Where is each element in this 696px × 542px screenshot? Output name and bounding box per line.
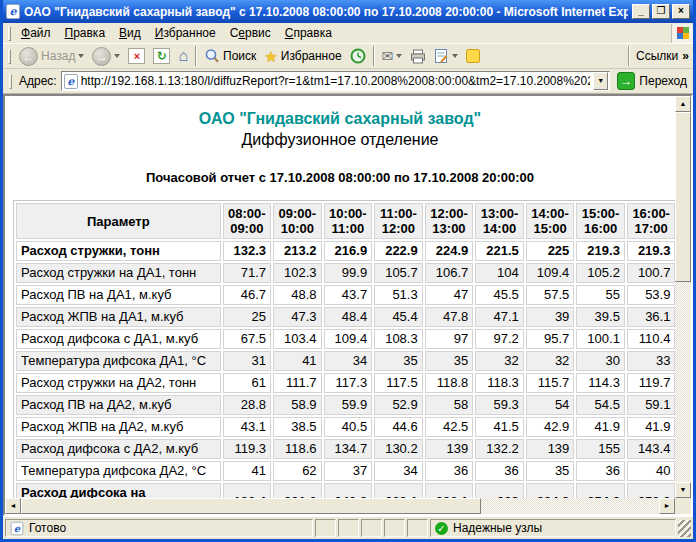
cell-value: 236.1 bbox=[425, 483, 474, 498]
forward-button[interactable]: → bbox=[89, 46, 123, 67]
vertical-scroll-thumb[interactable] bbox=[675, 112, 691, 282]
address-dropdown-button[interactable]: ▼ bbox=[593, 72, 608, 90]
cell-value: 34 bbox=[374, 461, 423, 481]
cell-value: 119.3 bbox=[223, 439, 272, 459]
go-label: Переход bbox=[639, 74, 687, 88]
address-url[interactable]: http://192.168.1.13:180/l/diffuzReport?r… bbox=[81, 74, 591, 88]
table-row: Температура дифсока ДА1, °C3141343535323… bbox=[16, 351, 675, 371]
horizontal-scroll-thumb[interactable] bbox=[21, 498, 481, 514]
cell-value: 43.1 bbox=[223, 417, 272, 437]
back-dropdown-icon[interactable] bbox=[78, 54, 84, 58]
cell-value: 31 bbox=[223, 351, 272, 371]
messenger-button[interactable] bbox=[463, 48, 483, 64]
param-column-header: Параметр bbox=[16, 203, 221, 239]
cell-value: 139 bbox=[526, 439, 575, 459]
company-title: ОАО "Гнидавский сахарный завод" bbox=[5, 110, 675, 128]
cell-value: 222.9 bbox=[374, 241, 423, 261]
row-label: Расход ПВ на ДА2, м.куб bbox=[16, 395, 221, 415]
menu-item-Вид[interactable]: Вид bbox=[112, 24, 148, 42]
cell-value: 32 bbox=[475, 351, 524, 371]
cell-value: 45.5 bbox=[475, 285, 524, 305]
go-icon: → bbox=[617, 72, 635, 90]
back-button[interactable]: ← Назад bbox=[16, 46, 87, 67]
cell-value: 110.4 bbox=[627, 329, 675, 349]
menu-item-Сервис[interactable]: Сервис bbox=[223, 24, 278, 42]
resize-grip[interactable] bbox=[678, 520, 691, 537]
back-label: Назад bbox=[41, 49, 75, 63]
row-label: Расход дифсока на преддефекатор, м.куб bbox=[16, 483, 221, 498]
menu-item-Справка[interactable]: Справка bbox=[278, 24, 339, 42]
toolbar-grip-handle[interactable] bbox=[8, 49, 11, 64]
cell-value: 39.5 bbox=[576, 307, 625, 327]
scroll-up-button[interactable]: ▲ bbox=[675, 96, 691, 112]
cell-value: 155 bbox=[576, 439, 625, 459]
cell-value: 105.2 bbox=[576, 263, 625, 283]
links-chevron-icon[interactable]: » bbox=[682, 49, 689, 63]
vertical-scrollbar[interactable]: ▲ ▼ bbox=[675, 96, 691, 498]
mail-dropdown-icon[interactable] bbox=[396, 54, 402, 58]
table-row: Расход ЖПВ на ДА2, м.куб43.138.540.544.6… bbox=[16, 417, 675, 437]
mail-button[interactable]: ✉ bbox=[379, 48, 406, 64]
menubar-grip-handle[interactable] bbox=[8, 26, 11, 41]
address-input[interactable]: e http://192.168.1.13:180/l/diffuzReport… bbox=[61, 71, 611, 91]
cell-value: 54 bbox=[526, 395, 575, 415]
row-label: Расход ЖПВ на ДА1, м.куб bbox=[16, 307, 221, 327]
refresh-button[interactable]: ↻ bbox=[150, 47, 173, 65]
address-label: Адрес: bbox=[19, 74, 57, 88]
cell-value: 48.8 bbox=[273, 285, 322, 305]
cell-value: 40.5 bbox=[324, 417, 373, 437]
scroll-left-button[interactable]: ◄ bbox=[5, 498, 21, 514]
department-title: Диффузионное отделение bbox=[5, 131, 675, 149]
stop-button[interactable]: × bbox=[125, 47, 148, 65]
cell-value: 254.8 bbox=[576, 483, 625, 498]
cell-value: 100.7 bbox=[627, 263, 675, 283]
table-row: Температура дифсока ДА2, °C4162373436363… bbox=[16, 461, 675, 481]
cell-value: 114.3 bbox=[576, 373, 625, 393]
report-page: ОАО "Гнидавский сахарный завод" Диффузио… bbox=[5, 96, 675, 498]
home-button[interactable]: ⌂ bbox=[175, 47, 191, 65]
history-button[interactable] bbox=[347, 47, 369, 65]
cell-value: 57.5 bbox=[526, 285, 575, 305]
cell-value: 62 bbox=[273, 461, 322, 481]
edit-dropdown-icon[interactable] bbox=[452, 54, 458, 58]
cell-value: 99.9 bbox=[324, 263, 373, 283]
status-ready-pane: e Готово bbox=[5, 519, 313, 537]
table-body: Расход стружки, тонн132.3213.2216.9222.9… bbox=[16, 241, 675, 498]
cell-value: 239.1 bbox=[374, 483, 423, 498]
cell-value: 35 bbox=[526, 461, 575, 481]
time-column-header: 12:00- 13:00 bbox=[425, 203, 474, 239]
scroll-right-button[interactable]: ► bbox=[659, 498, 675, 514]
cell-value: 143.4 bbox=[627, 439, 675, 459]
status-page-icon: e bbox=[11, 521, 24, 535]
edit-button[interactable] bbox=[431, 47, 461, 65]
browser-window: e ОАО "Гнидавский сахарный завод" с 17.1… bbox=[0, 0, 696, 542]
horizontal-scrollbar[interactable]: ◄ ► bbox=[5, 498, 675, 514]
cell-value: 118.6 bbox=[273, 439, 322, 459]
search-button[interactable]: Поиск bbox=[201, 47, 259, 65]
maximize-button[interactable]: ❐ bbox=[652, 4, 670, 19]
row-label: Температура дифсока ДА1, °C bbox=[16, 351, 221, 371]
cell-value: 104 bbox=[475, 263, 524, 283]
time-column-header: 16:00- 17:00 bbox=[627, 203, 675, 239]
print-button[interactable] bbox=[407, 48, 429, 65]
cell-value: 234.9 bbox=[526, 483, 575, 498]
favorites-button[interactable]: ★ Избранное bbox=[261, 48, 344, 65]
time-column-header: 08:00- 09:00 bbox=[223, 203, 272, 239]
cell-value: 34 bbox=[324, 351, 373, 371]
menu-item-Правка[interactable]: Правка bbox=[58, 24, 113, 42]
minimize-button[interactable]: _ bbox=[632, 4, 650, 19]
cell-value: 51.3 bbox=[374, 285, 423, 305]
forward-dropdown-icon[interactable] bbox=[114, 54, 120, 58]
scroll-down-button[interactable]: ▼ bbox=[675, 482, 691, 498]
menu-item-Избранное[interactable]: Избранное bbox=[148, 24, 223, 42]
links-label[interactable]: Ссылки bbox=[636, 49, 678, 63]
addressbar-grip-handle[interactable] bbox=[9, 74, 12, 89]
row-label: Расход стружки на ДА1, тонн bbox=[16, 263, 221, 283]
close-button[interactable]: × bbox=[672, 4, 690, 19]
cell-value: 221.5 bbox=[475, 241, 524, 261]
menu-item-Файл[interactable]: Файл bbox=[14, 24, 58, 42]
go-button[interactable]: → Переход bbox=[614, 72, 690, 90]
toolbar-separator bbox=[373, 46, 375, 66]
table-row: Расход дифсока с ДА1, м.куб67.5103.4109.… bbox=[16, 329, 675, 349]
cell-value: 35 bbox=[374, 351, 423, 371]
